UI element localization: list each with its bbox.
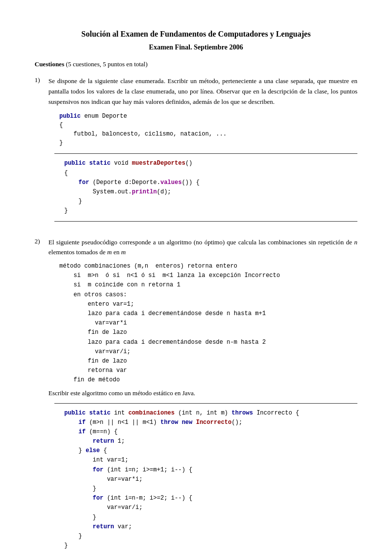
code-keyword-public: public: [59, 113, 81, 120]
question-2-solution: public static int combinaciones (int n, …: [54, 403, 357, 555]
question-2: 2) El siguiente pseudocódigo corresponde…: [35, 237, 357, 555]
question-1-solution: public static void muestraDeportes() { f…: [54, 153, 357, 221]
section-header: Cuestiones (5 cuestiones, 5 puntos en to…: [35, 60, 357, 68]
question-1-enum-code: public enum Deporte { futbol, baloncesto…: [59, 112, 357, 147]
section-header-bold: Cuestiones: [35, 60, 64, 68]
question-2-escribir: Escribir este algoritmo como un método e…: [48, 389, 357, 397]
subtitle: Examen Final. Septiembre 2006: [35, 44, 357, 51]
question-1-number: 1): [35, 76, 48, 84]
question-1-text: Se dispone de la siguiente clase enumera…: [48, 76, 357, 107]
question-1: 1) Se dispone de la siguiente clase enum…: [35, 76, 357, 228]
question-2-text: El siguiente pseudocódigo corresponde a …: [48, 237, 357, 258]
question-2-number: 2): [35, 237, 48, 245]
page-title: Solución al Examen de Fundamentos de Com…: [35, 30, 357, 39]
question-2-pseudo: método combinaciones (m,n enteros) retor…: [59, 262, 357, 385]
